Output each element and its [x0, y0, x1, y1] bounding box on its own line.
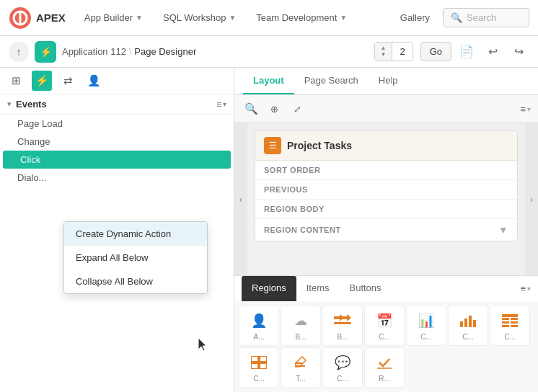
panel-content: Page Load Change Click Dialo... Create D…	[0, 115, 234, 392]
icon-cell-7[interactable]: C...	[239, 347, 279, 388]
icon-check	[374, 352, 394, 373]
back-button[interactable]: ↑	[9, 42, 29, 62]
nav-sql-workshop[interactable]: SQL Workshop ▼	[156, 8, 243, 27]
section-menu-lines: ≡	[216, 99, 221, 110]
icon-cell-4[interactable]: 📊 C...	[406, 306, 446, 346]
svg-rect-13	[511, 321, 518, 324]
canvas-menu[interactable]: ≡ ▾	[520, 104, 531, 115]
section-menu[interactable]: ≡ ▾	[216, 99, 226, 110]
region-content-dropdown[interactable]: ▼	[498, 224, 508, 236]
svg-rect-12	[502, 321, 509, 324]
svg-rect-4	[334, 322, 351, 324]
icon-table	[500, 311, 520, 331]
icon-label-5: C...	[450, 333, 486, 341]
bottom-tab-items[interactable]: Items	[296, 276, 340, 302]
icon-cell-9[interactable]: 💬 C...	[322, 347, 363, 388]
fullscreen-button[interactable]: ⤢	[288, 99, 307, 118]
bottom-tabs: Regions Items Buttons ≡ ▾	[234, 275, 538, 301]
tree-item-change[interactable]: Change	[0, 133, 234, 151]
context-menu-collapse[interactable]: Collapse All Below	[64, 270, 207, 293]
tree-item-click[interactable]: Click	[3, 151, 231, 169]
page-down-arrow: ▼	[381, 52, 387, 58]
svg-rect-5	[460, 321, 463, 327]
canvas-menu-chevron: ▾	[527, 105, 531, 113]
nav-gallery[interactable]: Gallery	[393, 8, 437, 27]
search-placeholder: Search	[467, 12, 496, 23]
icon-cell-5[interactable]: C...	[448, 306, 488, 346]
region-row-body: REGION BODY	[255, 200, 517, 219]
tree-item-page-load[interactable]: Page Load	[0, 115, 234, 133]
zoom-out-button[interactable]: 🔍	[242, 99, 260, 118]
nav-app-builder[interactable]: App Builder ▼	[77, 8, 150, 27]
icon-cell-2[interactable]: B...	[322, 306, 363, 346]
canvas-main: ☰ Project Tasks SORT ORDER PREVIOUS REGI…	[247, 123, 525, 275]
tab-page-search[interactable]: Page Search	[294, 68, 369, 94]
right-panel: Layout Page Search Help 🔍 ⊕ ⤢ ≡ ▾ ‹	[234, 68, 538, 392]
page-number[interactable]: 2	[392, 43, 412, 60]
section-chevron[interactable]: ▾	[7, 99, 12, 109]
icon-label-2: B...	[325, 333, 361, 341]
toolbar-grid-icon[interactable]: ⊞	[6, 71, 26, 91]
icon-cell-1[interactable]: ☁ B...	[281, 306, 321, 346]
page-prev-next[interactable]: ▲ ▼	[375, 43, 393, 61]
svg-rect-14	[502, 325, 509, 327]
canvas-left-arrow[interactable]: ‹	[234, 123, 247, 275]
icon-label-0: A...	[241, 333, 277, 341]
top-nav: APEX App Builder ▼ SQL Workshop ▼ Team D…	[0, 0, 538, 36]
page-designer-label: Page Designer	[134, 46, 196, 57]
tab-layout[interactable]: Layout	[243, 68, 294, 94]
tree-item-dialog[interactable]: Dialo...	[0, 169, 234, 187]
app-icon-symbol: ⚡	[40, 46, 52, 58]
sql-workshop-chevron: ▼	[229, 14, 236, 22]
region-header: ☰ Project Tasks	[255, 131, 517, 161]
icon-chat: 💬	[332, 352, 353, 373]
icon-cell-8[interactable]: T...	[281, 347, 321, 388]
bottom-tab-buttons[interactable]: Buttons	[340, 276, 392, 302]
icon-cell-6[interactable]: C...	[490, 306, 530, 346]
canvas-scroll[interactable]: ‹ ☰ Project Tasks SORT ORDER PREVIOUS RE…	[234, 123, 538, 275]
svg-rect-18	[251, 363, 258, 369]
bottom-tab-regions[interactable]: Regions	[242, 276, 296, 302]
icon-cell-3[interactable]: 📅 C...	[364, 306, 405, 346]
context-menu: Create Dynamic Action Expand All Below C…	[63, 221, 208, 294]
apex-logo[interactable]: APEX	[9, 6, 66, 30]
svg-rect-15	[511, 325, 518, 327]
svg-rect-17	[260, 356, 267, 362]
bottom-menu[interactable]: ≡ ▾	[520, 283, 531, 294]
context-menu-expand[interactable]: Expand All Below	[64, 246, 207, 270]
zoom-in-button[interactable]: ⊕	[265, 99, 283, 118]
canvas-right-arrow[interactable]: ›	[525, 123, 538, 275]
toolbar-shared-icon[interactable]: 👤	[84, 71, 104, 91]
toolbar-bolt-icon[interactable]: ⚡	[32, 71, 52, 91]
context-menu-create[interactable]: Create Dynamic Action	[64, 222, 207, 246]
search-box[interactable]: 🔍 Search	[443, 8, 529, 27]
search-icon: 🔍	[451, 12, 462, 23]
svg-rect-11	[511, 318, 518, 320]
region-row-sort: SORT ORDER	[255, 161, 517, 180]
canvas-menu-lines: ≡	[520, 104, 526, 115]
icon-cell-10[interactable]: R...	[364, 347, 405, 388]
canvas-area: 🔍 ⊕ ⤢ ≡ ▾ ‹ ☰ Project Tasks	[234, 95, 538, 392]
left-panel: ⊞ ⚡ ⇄ 👤 ▾ Events ≡ ▾ Page Load Change Cl…	[0, 68, 234, 392]
bottom-menu-chevron: ▾	[527, 285, 531, 293]
page-control: ▲ ▼ 2	[374, 42, 413, 61]
icon-cell-0[interactable]: 👤 A...	[239, 306, 279, 346]
svg-rect-6	[464, 318, 467, 327]
svg-rect-7	[469, 316, 472, 327]
breadcrumb: Application 112 \ Page Designer	[62, 46, 196, 57]
redo-button[interactable]: ↪	[508, 41, 529, 63]
page-up-arrow: ▲	[381, 45, 387, 51]
apex-logo-text: APEX	[36, 12, 66, 24]
app-name[interactable]: Application 112	[62, 46, 126, 57]
team-dev-chevron: ▼	[340, 14, 347, 22]
file-icon-button[interactable]: 📄	[456, 41, 477, 63]
tab-help[interactable]: Help	[369, 68, 408, 94]
sub-nav: ↑ ⚡ Application 112 \ Page Designer ▲ ▼ …	[0, 36, 538, 68]
undo-button[interactable]: ↩	[482, 41, 503, 63]
region-body: SORT ORDER PREVIOUS REGION BODY REGION C…	[255, 161, 517, 241]
go-button[interactable]: Go	[420, 42, 451, 61]
app-builder-chevron: ▼	[136, 14, 143, 22]
toolbar-component-icon[interactable]: ⇄	[58, 71, 78, 91]
nav-team-development[interactable]: Team Development ▼	[249, 8, 354, 27]
region-row-content: REGION CONTENT ▼	[255, 219, 517, 241]
